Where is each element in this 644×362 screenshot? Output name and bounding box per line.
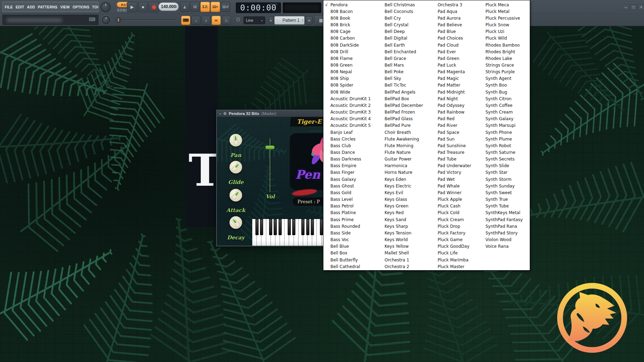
menu-item[interactable]: Pad Red: [434, 116, 482, 122]
menu-item[interactable]: Bass Empire: [323, 163, 381, 169]
stop-button[interactable]: ■: [138, 2, 148, 12]
menu-item[interactable]: Bell Christmas: [381, 1, 434, 8]
menu-item[interactable]: Pad Tube: [434, 156, 482, 163]
menu-item[interactable]: BellPad Box: [381, 95, 434, 102]
menu-item[interactable]: Synth Marsupi: [482, 122, 530, 129]
menu-item[interactable]: Bass Ghost: [323, 183, 381, 189]
menu-item[interactable]: Synth Saturne: [482, 149, 530, 156]
menu-item[interactable]: SynthPad Rana: [482, 223, 530, 230]
menu-item[interactable]: Keys Glass: [381, 196, 434, 203]
menu-item[interactable]: Synth Secrets: [482, 156, 530, 163]
main-pitch-slider-track[interactable]: [114, 20, 176, 21]
menu-item[interactable]: Pluck Game: [434, 236, 482, 243]
menu-item[interactable]: Pad Blue: [434, 28, 482, 35]
menu-item[interactable]: Pad Ever: [434, 48, 482, 55]
menu-item[interactable]: Pad Odyssey: [434, 102, 482, 109]
menu-item[interactable]: Pad Space: [434, 129, 482, 136]
menu-item[interactable]: Strings Purple: [482, 69, 530, 75]
menu-item[interactable]: Synth Cream: [482, 109, 530, 116]
restore-button[interactable]: □: [630, 4, 637, 10]
menu-item[interactable]: Pluck GoodDay: [434, 243, 482, 250]
menu-item[interactable]: Keys Tension: [381, 230, 434, 236]
menubar-item-view[interactable]: VIEW: [60, 5, 70, 9]
menu-item[interactable]: Synth Plume: [482, 136, 530, 142]
menu-item[interactable]: BellPad Frozen: [381, 109, 434, 116]
piano-black-key[interactable]: [320, 219, 323, 235]
menu-item[interactable]: Pluck Wild: [482, 35, 530, 42]
menu-item[interactable]: Synth Agent: [482, 75, 530, 82]
menu-item[interactable]: Keys Yellow: [381, 243, 434, 250]
menu-item[interactable]: Bass Level: [323, 196, 381, 203]
play-button[interactable]: ▶: [127, 2, 137, 12]
menu-item[interactable]: Pad Magic: [434, 75, 482, 82]
piano-black-key[interactable]: [274, 219, 277, 235]
tempo-display[interactable]: 140.000 ▴▾: [158, 2, 179, 11]
piano-black-key[interactable]: [260, 219, 263, 235]
menu-item[interactable]: Orchestra 1: [381, 257, 434, 263]
menu-item[interactable]: BellPad Angels: [381, 89, 434, 95]
menu-item[interactable]: Pad Victory: [434, 169, 482, 176]
add-pattern-button[interactable]: +: [306, 16, 313, 25]
menu-item[interactable]: Bell Grace: [381, 55, 434, 62]
menu-item[interactable]: Pad Sunshine: [434, 142, 482, 149]
menu-item[interactable]: Synth Phone: [482, 129, 530, 136]
menu-item[interactable]: Synth Robot: [482, 142, 530, 149]
menu-item[interactable]: Pad Underwater: [434, 163, 482, 169]
pattern-spinner[interactable]: ▴▾: [302, 19, 303, 22]
menu-item[interactable]: Orchestra 2: [381, 263, 434, 270]
snap-selector[interactable]: Line ▸: [244, 16, 265, 24]
menubar-item-options[interactable]: OPTIONS: [73, 5, 89, 9]
link-button[interactable]: ∞: [212, 16, 221, 25]
menu-item[interactable]: Violon Wood: [482, 236, 530, 243]
menu-item[interactable]: Pluck Master: [434, 263, 482, 270]
menu-item[interactable]: Pluck Cold: [434, 210, 482, 216]
menu-item[interactable]: Bell Blue: [323, 243, 381, 250]
menu-item[interactable]: 808 Carbon: [323, 35, 381, 42]
menu-item[interactable]: Acoustic DrumKit 4: [323, 116, 381, 122]
menu-item[interactable]: 808 Drill: [323, 48, 381, 55]
menu-item[interactable]: 808 Green: [323, 62, 381, 68]
glide-knob[interactable]: [229, 161, 242, 173]
menu-item[interactable]: Keys World: [381, 236, 434, 243]
menu-item[interactable]: Bass Finger: [323, 169, 381, 176]
menu-item[interactable]: Pad Treasure: [434, 149, 482, 156]
menu-item[interactable]: Flute Nature: [381, 149, 434, 156]
menu-item[interactable]: Flute Awakening: [381, 136, 434, 142]
menu-item[interactable]: Pad Aurora: [434, 15, 482, 21]
menu-item[interactable]: 808 Ship: [323, 75, 381, 82]
loop-record-button[interactable]: Ш↺: [221, 2, 230, 12]
menu-item[interactable]: Bass Platine: [323, 210, 381, 216]
menu-item[interactable]: Bell TicToc: [381, 82, 434, 89]
piano-black-key[interactable]: [301, 219, 304, 235]
menu-item[interactable]: Pluck Marimba: [434, 257, 482, 263]
menu-item[interactable]: Pad Wet: [434, 176, 482, 183]
piano-black-key[interactable]: [255, 219, 259, 235]
menu-item[interactable]: Horns Nature: [381, 169, 434, 176]
menu-item[interactable]: Synth Tube: [482, 203, 530, 210]
menu-item[interactable]: Bass Voc: [323, 236, 381, 243]
menu-item[interactable]: Bell Sky: [381, 75, 434, 82]
menu-item[interactable]: Acoustic DrumKit 2: [323, 102, 381, 109]
menu-item[interactable]: Bell Cry: [381, 15, 434, 21]
menu-item[interactable]: Pluck Snow: [482, 21, 530, 28]
menubar-item-patterns[interactable]: PATTERNS: [38, 5, 57, 9]
menu-item[interactable]: Pad Green: [434, 55, 482, 62]
pan-knob[interactable]: [229, 134, 242, 146]
menu-item[interactable]: Orchestra 3: [434, 1, 482, 8]
collapse-icon[interactable]: ▸: [220, 112, 221, 115]
metronome-button[interactable]: ◭: [180, 2, 190, 12]
menu-item[interactable]: Pad Winner: [434, 189, 482, 196]
wait-for-input-button[interactable]: Ш: [190, 2, 200, 12]
menu-item[interactable]: Rhodes Bright: [482, 48, 530, 55]
record-button[interactable]: [149, 2, 159, 12]
menu-item[interactable]: Voice Rana: [482, 243, 530, 250]
menu-item[interactable]: Rhodes Bamboo: [482, 42, 530, 48]
piano-black-key[interactable]: [279, 219, 282, 235]
menu-item[interactable]: Synth True: [482, 196, 530, 203]
menu-item[interactable]: Synth Boo: [482, 82, 530, 89]
menu-item[interactable]: Choir Breath: [381, 129, 434, 136]
pattern-selector[interactable]: Pattern 1 ▴▾: [274, 16, 304, 25]
menu-item[interactable]: Keys Eden: [381, 176, 434, 183]
menu-item[interactable]: Bell Earth: [381, 42, 434, 48]
precount-button[interactable]: 3.2:: [200, 2, 210, 12]
